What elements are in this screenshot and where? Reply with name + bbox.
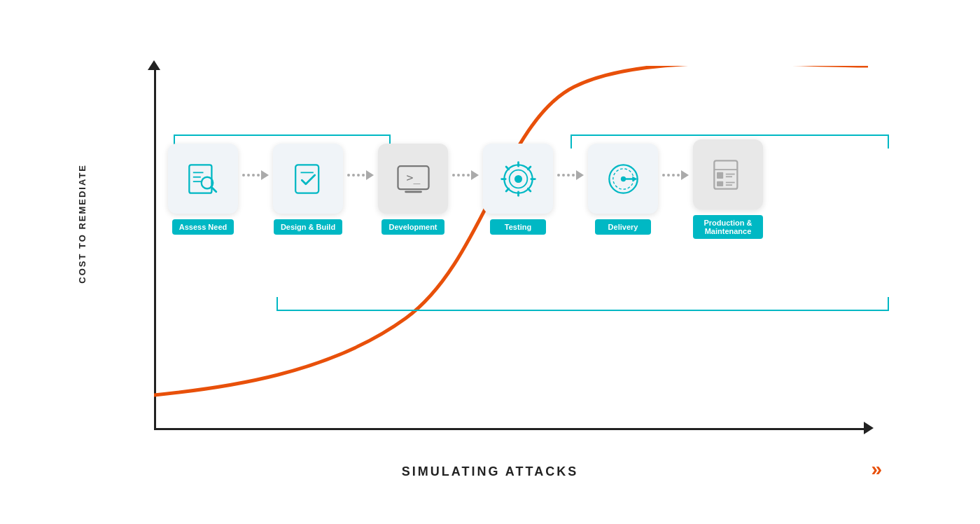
y-axis-label: COST TO REMEDIATE [77, 164, 88, 284]
stages-row: Assess Need Design & Build [168, 139, 868, 239]
connector-1 [238, 170, 273, 180]
connector-2 [343, 170, 378, 180]
svg-rect-28 [717, 172, 723, 178]
bottom-bracket [276, 297, 889, 311]
stage-label-design-build: Design & Build [274, 219, 342, 235]
connector-5 [658, 170, 693, 180]
stage-box-development: >_ [378, 144, 448, 214]
delivery-icon [604, 160, 643, 198]
stage-testing: Testing [483, 144, 553, 235]
stage-delivery: Delivery [588, 144, 658, 235]
stage-box-testing [483, 144, 553, 214]
stage-label-testing: Testing [490, 219, 546, 235]
connector-3 [448, 170, 483, 180]
design-build-icon [289, 160, 328, 198]
svg-line-21 [506, 188, 509, 191]
svg-line-18 [506, 167, 509, 170]
stage-box-design-build [273, 144, 343, 214]
chart-container: COST TO REMEDIATE SIMULATING ATTACKS [70, 24, 910, 500]
x-axis-label: SIMULATING ATTACKS [402, 464, 578, 479]
stage-label-development: Development [382, 219, 444, 235]
stage-label-delivery: Delivery [595, 219, 651, 235]
stage-box-assess-need [168, 144, 238, 214]
x-axis [154, 428, 868, 430]
brand-icon: » [871, 458, 882, 481]
assess-need-icon [184, 160, 223, 198]
stage-assess-need: Assess Need [168, 144, 238, 235]
stage-design-build: Design & Build [273, 144, 343, 235]
svg-line-19 [528, 188, 531, 191]
stage-development: >_ Development [378, 144, 448, 235]
stage-label-production: Production & Maintenance [693, 215, 763, 239]
testing-icon [499, 160, 538, 198]
connector-4 [553, 170, 588, 180]
x-axis-arrow [864, 422, 874, 434]
svg-line-20 [528, 167, 531, 170]
stage-production: Production & Maintenance [693, 139, 763, 239]
svg-point-13 [514, 175, 522, 183]
stage-box-production [693, 139, 763, 209]
production-icon [709, 156, 748, 194]
stage-box-delivery [588, 144, 658, 214]
svg-rect-6 [295, 165, 318, 193]
svg-rect-31 [717, 181, 723, 186]
development-icon: >_ [394, 160, 433, 198]
svg-text:>_: >_ [406, 171, 420, 184]
stage-label-assess-need: Assess Need [172, 219, 234, 235]
